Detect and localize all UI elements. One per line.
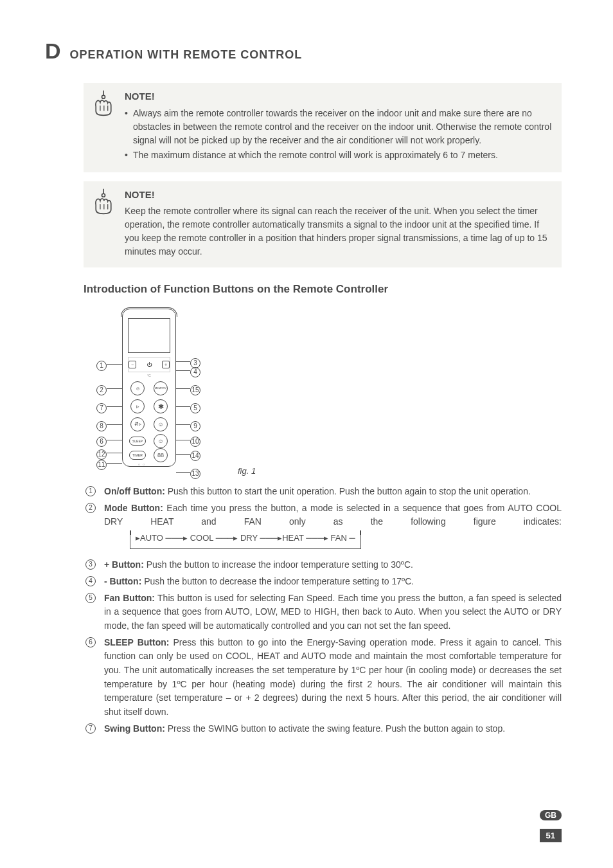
note-bullet: •The maximum distance at which the remot… [125,149,553,162]
note-text: Always aim the remote controller towards… [133,107,553,147]
note-heading: NOTE! [125,188,553,203]
page-number: 51 [540,829,562,842]
svg-point-0 [102,95,105,98]
note-icon [93,89,116,163]
mode-flow-diagram: ▸AUTO ───▸ COOL ───▸ DRY ───▸HEAT ───▸ F… [130,530,361,549]
note-icon [93,188,116,259]
list-item: 2 Mode Button: Each time you press the b… [84,502,562,556]
list-item: 3 + Button: Push the button to increase … [84,558,562,572]
remote-figure: − ⏻ + °C ◎ MEMORY ▹ ✱ ⇵▹ ☺ SLEEP ☺ TIMER… [77,305,562,478]
list-item: 6 SLEEP Button: Press this button to go … [84,636,562,719]
button-description-list: 1 On/off Button: Push this button to sta… [84,485,562,736]
note-content: NOTE! •Always aim the remote controller … [125,89,553,163]
list-item: 7 Swing Button: Press the SWING button t… [84,722,562,736]
note-heading: NOTE! [125,89,553,104]
note-bullet: •Always aim the remote controller toward… [125,107,553,147]
note-text: The maximum distance at which the remote… [133,149,498,162]
note-text: Keep the remote controller where its sig… [125,204,553,258]
note-content: NOTE! Keep the remote controller where i… [125,188,553,259]
list-item: 4 - Button: Push the button to decrease … [84,575,562,589]
section-header: D OPERATION WITH REMOTE CONTROL [45,39,562,64]
figure-caption: fig. 1 [238,466,256,476]
language-badge: GB [540,810,562,820]
section-letter: D [45,39,61,64]
section-title: OPERATION WITH REMOTE CONTROL [70,48,303,62]
list-item: 1 On/off Button: Push this button to sta… [84,485,562,499]
note-box-1: NOTE! •Always aim the remote controller … [84,83,562,172]
note-box-2: NOTE! Keep the remote controller where i… [84,181,562,268]
intro-heading: Introduction of Function Buttons on the … [84,283,562,296]
list-item: 5 Fan Button: This button is used for se… [84,592,562,633]
svg-point-1 [102,194,105,197]
